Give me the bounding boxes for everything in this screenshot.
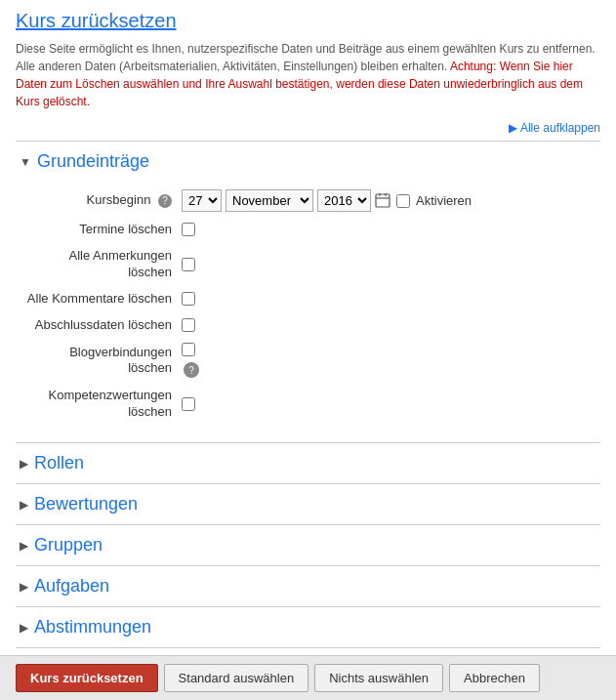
section-header-gruppen[interactable]: Gruppen [16, 525, 600, 565]
bottom-bar: Kurs zurücksetzen Standard auswählen Nic… [0, 655, 616, 700]
none-button[interactable]: Nichts auswählen [314, 664, 443, 692]
blogverbindungen-label: Blogverbindungenlöschen [16, 345, 182, 378]
alle-kommentare-label: Alle Kommentare löschen [16, 291, 182, 308]
page-title: Kurs zurücksetzen [16, 10, 600, 32]
alle-anmerkungen-label: Alle Anmerkungenlöschen [16, 248, 182, 281]
calendar-icon[interactable] [375, 192, 392, 210]
kompetenzwertungen-label: Kompetenzwertungenlöschen [16, 388, 182, 421]
alle-anmerkungen-checkbox[interactable] [182, 258, 195, 271]
blogverbindungen-controls: ? [182, 343, 199, 378]
section-title-bewertungen: Bewertungen [34, 494, 138, 515]
section-title-abstimmungen: Abstimmungen [34, 617, 151, 638]
svg-rect-0 [376, 194, 390, 207]
expand-all-container: ▶ Alle aufklappen [16, 120, 600, 135]
termine-loeschen-checkbox[interactable] [182, 223, 195, 236]
reset-button[interactable]: Kurs zurücksetzen [16, 664, 158, 692]
chevron-bewertungen-icon [20, 498, 28, 512]
section-header-grundeintraege[interactable]: Grundeinträge [16, 142, 600, 182]
info-box: Diese Seite ermöglicht es Ihnen, nutzers… [16, 40, 600, 110]
blogverbindungen-help-icon[interactable]: ? [184, 362, 199, 378]
kursbeginn-label: Kursbeginn ? [16, 192, 182, 209]
chevron-rollen-icon [20, 457, 28, 471]
section-header-aufgaben[interactable]: Aufgaben [16, 566, 600, 606]
termine-loeschen-controls [182, 223, 195, 236]
standard-button[interactable]: Standard auswählen [164, 664, 309, 692]
abschlussdaten-row: Abschlussdaten löschen [16, 317, 593, 334]
section-rollen: Rollen [16, 442, 600, 483]
chevron-grundeintraege-icon [20, 155, 31, 169]
abschlussdaten-controls [182, 318, 195, 332]
section-title-aufgaben: Aufgaben [34, 576, 109, 597]
kompetenzwertungen-checkbox[interactable] [182, 397, 195, 411]
activate-label: Aktivieren [416, 193, 472, 208]
section-header-bewertungen[interactable]: Bewertungen [16, 484, 600, 524]
kompetenzwertungen-row: Kompetenzwertungenlöschen [16, 388, 593, 421]
section-bewertungen: Bewertungen [16, 483, 600, 524]
section-header-abstimmungen[interactable]: Abstimmungen [16, 607, 600, 647]
section-gruppen: Gruppen [16, 524, 600, 565]
kursbeginn-controls: 27 1234 5678 9101112 13141516 17181920 2… [182, 189, 472, 212]
grundeintraege-content: Kursbeginn ? 27 1234 5678 9101112 131415… [16, 182, 600, 442]
day-select[interactable]: 27 1234 5678 9101112 13141516 17181920 2… [182, 189, 222, 212]
alle-anmerkungen-row: Alle Anmerkungenlöschen [16, 248, 593, 281]
alle-kommentare-controls [182, 292, 195, 306]
section-title-grundeintraege: Grundeinträge [37, 151, 149, 172]
section-header-rollen[interactable]: Rollen [16, 443, 600, 483]
alle-anmerkungen-controls [182, 258, 195, 271]
abschlussdaten-label: Abschlussdaten löschen [16, 317, 182, 334]
termine-loeschen-row: Termine löschen [16, 222, 593, 238]
activate-checkbox[interactable] [396, 194, 410, 208]
section-abstimmungen: Abstimmungen [16, 606, 600, 647]
section-title-gruppen: Gruppen [34, 535, 103, 556]
blogverbindungen-row: Blogverbindungenlöschen ? [16, 343, 593, 378]
expand-all-link[interactable]: ▶ Alle aufklappen [509, 121, 600, 135]
month-select[interactable]: JanuarFebruarMärz AprilMaiJuni JuliAugus… [226, 189, 313, 212]
abschlussdaten-checkbox[interactable] [182, 318, 195, 332]
kursbeginn-help-icon[interactable]: ? [158, 194, 172, 208]
info-text: Diese Seite ermöglicht es Ihnen, nutzers… [16, 42, 595, 108]
blogverbindungen-checkbox[interactable] [182, 343, 195, 356]
section-aufgaben: Aufgaben [16, 565, 600, 606]
section-grundeintraege: Grundeinträge Kursbeginn ? 27 1234 5678 … [16, 141, 600, 442]
alle-kommentare-checkbox[interactable] [182, 292, 195, 306]
year-select[interactable]: 201420152016 20172018 [317, 189, 371, 212]
chevron-aufgaben-icon [20, 580, 28, 594]
chevron-abstimmungen-icon [20, 621, 28, 635]
section-title-rollen: Rollen [34, 453, 84, 474]
termine-loeschen-label: Termine löschen [16, 222, 182, 238]
alle-kommentare-row: Alle Kommentare löschen [16, 291, 593, 308]
kursbeginn-row: Kursbeginn ? 27 1234 5678 9101112 131415… [16, 189, 593, 212]
cancel-button[interactable]: Abbrechen [449, 664, 540, 692]
page-container: Kurs zurücksetzen Diese Seite ermöglicht… [0, 0, 616, 700]
info-warning: Achtung: Wenn Sie hier Daten zum Löschen… [16, 60, 583, 108]
chevron-gruppen-icon [20, 539, 28, 553]
kompetenzwertungen-controls [182, 397, 195, 411]
